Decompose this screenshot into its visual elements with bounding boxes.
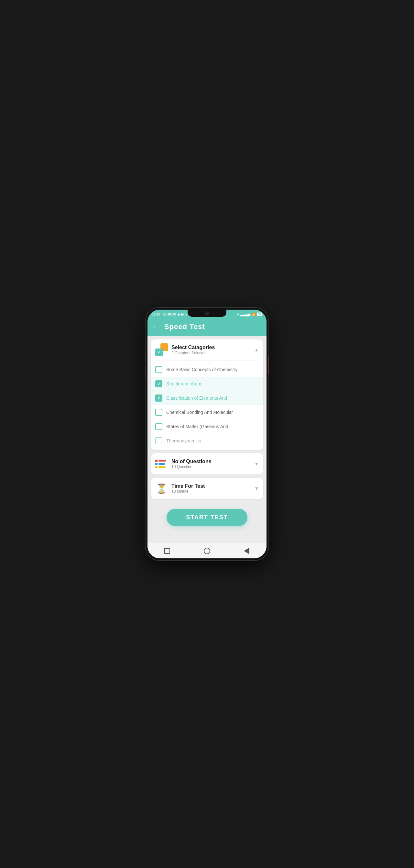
chapter-item[interactable]: ✓ Classification of Elements And [151,391,263,405]
nav-recent-button[interactable] [163,547,172,555]
checkmark-icon: ✓ [157,381,161,386]
chapter-name-ch6: Thermodynamics [166,438,201,443]
home-icon [204,548,210,554]
app-header: ← Speed Test [147,319,267,336]
checkbox-ch3[interactable]: ✓ [155,395,162,402]
chapter-item[interactable]: ✓ Structure of Atom [151,377,263,391]
page-title: Speed Test [164,322,205,331]
recent-apps-icon [164,548,170,554]
wifi-icon: 📶 [252,313,255,316]
bluetooth-icon: ∗ [236,313,239,316]
signal-icon: ▂▃▄▅ [240,313,250,316]
start-test-section: START TEST [151,502,263,529]
back-icon [244,548,249,554]
chapter-name-ch4: Chemical Bonding And Molecular [166,410,233,415]
questions-header[interactable]: No of Questions 10 Question ▼ [151,453,263,474]
categories-title: Select Catagories [171,345,215,350]
questions-card: No of Questions 10 Question ▼ [151,453,263,474]
time-card: ⏳ Time For Test 10 Minute ▼ [151,478,263,499]
chapter-name-ch3: Classification of Elements And [166,396,227,401]
nav-back-button[interactable] [242,547,251,555]
status-speed: 58.1KB/s [163,313,177,316]
time-title: Time For Test [171,483,205,489]
checkbox-ch1[interactable] [155,366,162,373]
categories-icon: ✓ [155,343,168,356]
battery-icon: 86 [257,313,262,316]
checkbox-ch5[interactable] [155,423,162,430]
questions-icon [155,458,168,470]
nav-home-button[interactable] [203,547,211,555]
chapter-item[interactable]: Thermodynamics [151,434,263,448]
checkbox-ch6[interactable] [155,437,162,444]
checkbox-ch2[interactable]: ✓ [155,380,162,388]
chevron-down-icon: ▼ [254,486,259,491]
checkbox-ch4[interactable] [155,409,162,416]
chapter-name-ch5: States of Matter (Gaseous And [166,424,228,429]
chevron-up-icon: ▲ [254,347,259,352]
chapter-name-ch2: Structure of Atom [166,381,201,386]
main-content: ✓ Select Catagories 2 Chapters Selected … [147,336,267,543]
categories-subtitle: 2 Chapters Selected [171,351,215,355]
chapter-name-ch1: Some Basic Concepts of Chemistry [166,367,237,372]
questions-subtitle: 10 Question [171,464,211,469]
chevron-down-icon: ▼ [254,461,259,466]
time-subtitle: 10 Minute [171,489,205,494]
categories-header[interactable]: ✓ Select Catagories 2 Chapters Selected … [151,339,263,360]
chapter-item[interactable]: Some Basic Concepts of Chemistry [151,363,263,377]
status-time: 10:20 [152,313,161,316]
navigation-bar [147,543,267,558]
chapter-item[interactable]: Chemical Bonding And Molecular [151,405,263,420]
chapter-list: Some Basic Concepts of Chemistry ✓ Struc… [151,361,263,450]
hourglass-icon: ⏳ [156,483,167,494]
chapter-item[interactable]: States of Matter (Gaseous And [151,420,263,434]
time-header[interactable]: ⏳ Time For Test 10 Minute ▼ [151,478,263,499]
time-icon: ⏳ [155,482,168,495]
questions-title: No of Questions [171,459,211,464]
checkmark-icon: ✓ [157,396,161,401]
back-button[interactable]: ← [153,322,160,331]
categories-card: ✓ Select Catagories 2 Chapters Selected … [151,339,263,450]
start-test-button[interactable]: START TEST [167,509,247,526]
